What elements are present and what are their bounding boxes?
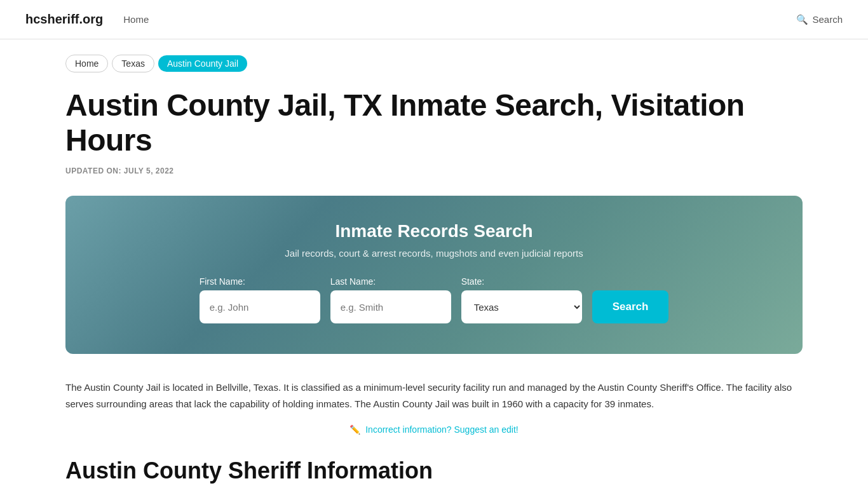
breadcrumb-home[interactable]: Home [65,55,108,72]
first-name-group: First Name: [200,276,320,323]
search-button[interactable]: Search [592,290,669,323]
first-name-label: First Name: [200,276,245,287]
last-name-input[interactable] [330,290,451,323]
site-header: hcsheriff.org Home 🔍 Search [0,0,868,39]
search-card-title: Inmate Records Search [104,221,764,241]
first-name-input[interactable] [200,290,320,323]
inmate-search-card: Inmate Records Search Jail records, cour… [65,196,803,354]
header-search-label: Search [812,14,843,25]
nav-home-link[interactable]: Home [123,14,149,25]
edit-icon: ✏️ [349,424,360,435]
search-form: First Name: Last Name: State: AlabamaAla… [104,276,764,323]
breadcrumb-austin-county-jail[interactable]: Austin County Jail [158,55,247,72]
search-card-subtitle: Jail records, court & arrest records, mu… [104,248,764,259]
breadcrumb: Home Texas Austin County Jail [65,55,803,72]
main-content: Home Texas Austin County Jail Austin Cou… [40,39,828,488]
description-text: The Austin County Jail is located in Bel… [65,379,803,412]
breadcrumb-texas[interactable]: Texas [112,55,154,72]
sheriff-section-title: Austin County Sheriff Information [65,458,803,484]
header-search-button[interactable]: 🔍 Search [796,14,843,25]
page-title: Austin County Jail, TX Inmate Search, Vi… [65,88,803,158]
last-name-group: Last Name: [330,276,451,323]
suggest-edit-section: ✏️ Incorrect information? Suggest an edi… [65,424,803,435]
state-select[interactable]: AlabamaAlaskaArizonaArkansasCaliforniaCo… [461,290,582,323]
suggest-edit-link[interactable]: Incorrect information? Suggest an edit! [365,424,518,435]
state-group: State: AlabamaAlaskaArizonaArkansasCalif… [461,276,582,323]
state-label: State: [461,276,485,287]
updated-date: UPDATED ON: JULY 5, 2022 [65,166,803,175]
search-icon: 🔍 [796,14,808,25]
site-logo[interactable]: hcsheriff.org [25,12,103,27]
last-name-label: Last Name: [330,276,376,287]
